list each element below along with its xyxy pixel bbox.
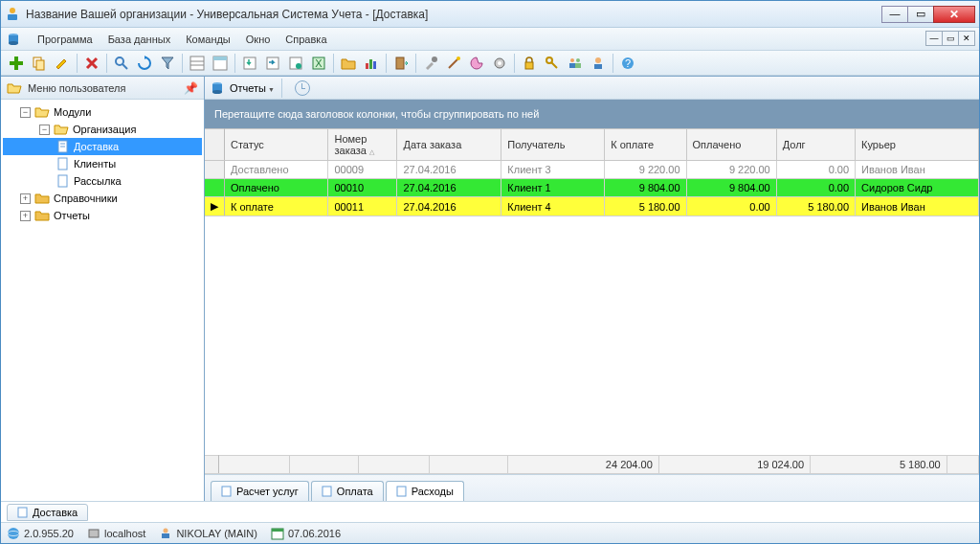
tb-folder-icon[interactable] (338, 53, 359, 74)
col-recipient[interactable]: Получатель (501, 129, 605, 161)
row-indicator (205, 179, 225, 197)
tb-grid1-icon[interactable] (187, 53, 208, 74)
tb-chart-icon[interactable] (361, 53, 382, 74)
tb-wand-icon[interactable] (443, 53, 464, 74)
tb-search-icon[interactable] (111, 53, 132, 74)
menu-database[interactable]: База данных (100, 31, 179, 48)
tree-modules[interactable]: − Модули (3, 103, 202, 121)
col-debt[interactable]: Долг (776, 129, 855, 161)
document-icon (56, 140, 70, 153)
tb-edit-icon[interactable] (52, 53, 73, 74)
tree-clients[interactable]: Клиенты (3, 155, 202, 172)
svg-rect-60 (272, 529, 283, 532)
tb-grid2-icon[interactable] (210, 53, 231, 74)
cell-courier: Иванов Иван (856, 197, 979, 216)
folder-open-icon (7, 80, 22, 96)
status-date: 07.06.2016 (271, 527, 341, 540)
tb-door-icon[interactable] (390, 53, 412, 74)
col-number[interactable]: Номер заказа △ (328, 129, 397, 161)
menu-help[interactable]: Справка (278, 31, 334, 48)
tb-key-icon[interactable] (542, 53, 563, 74)
collapse-icon[interactable]: − (20, 107, 31, 118)
tb-palette-icon[interactable] (466, 53, 487, 74)
tab-payment[interactable]: Оплата (311, 481, 384, 501)
svg-rect-6 (10, 61, 23, 65)
tb-export1-icon[interactable] (239, 53, 260, 74)
tree: − Модули − Организация Доставка Клиенты (1, 100, 204, 228)
totals-row: 24 204.00 19 024.00 5 180.00 (205, 456, 979, 474)
svg-line-33 (551, 62, 557, 68)
calendar-icon (271, 527, 284, 540)
app-icon (5, 7, 20, 22)
tb-delete-icon[interactable] (81, 53, 102, 74)
mdi-controls: — ▭ ✕ (926, 31, 975, 46)
menu-program[interactable]: Программа (30, 31, 100, 48)
table-row[interactable]: Оплачено0001027.04.2016Клиент 19 804.009… (205, 179, 979, 197)
server-icon (87, 527, 100, 540)
window-tab-delivery[interactable]: Доставка (7, 504, 88, 521)
row-indicator (205, 161, 225, 179)
pin-icon[interactable]: 📌 (184, 81, 198, 95)
svg-line-10 (122, 64, 127, 69)
tree-organization[interactable]: − Организация (3, 121, 202, 138)
group-by-zone[interactable]: Перетащите сюда заголовок колонки, чтобы… (205, 100, 979, 128)
globe-icon (7, 527, 20, 540)
expand-icon[interactable]: + (20, 211, 31, 221)
header-row: Статус Номер заказа △ Дата заказа Получа… (205, 129, 979, 161)
mdi-minimize[interactable]: — (925, 31, 943, 46)
cell-paid: 9 804.00 (686, 179, 776, 197)
mdi-close[interactable]: ✕ (958, 31, 975, 46)
expand-icon[interactable]: + (20, 193, 31, 204)
tree-mailing[interactable]: Рассылка (3, 172, 202, 190)
table-row[interactable]: Доставлено0000927.04.2016Клиент 39 220.0… (205, 161, 979, 179)
tb-lock-icon[interactable] (519, 53, 540, 74)
svg-rect-52 (397, 487, 406, 496)
col-topay[interactable]: К оплате (605, 129, 686, 161)
menu-commands[interactable]: Команды (178, 31, 238, 48)
tree-catalogs[interactable]: + Справочники (3, 190, 202, 207)
tb-tools-icon[interactable] (420, 53, 441, 74)
cell-debt: 5 180.00 (776, 197, 855, 216)
document-icon (396, 486, 408, 497)
tb-export3-icon[interactable] (285, 53, 306, 74)
tb-add-icon[interactable] (6, 53, 27, 74)
collapse-icon[interactable]: − (39, 125, 50, 135)
tree-delivery[interactable]: Доставка (3, 138, 202, 155)
svg-point-0 (10, 8, 15, 13)
tb-filter-icon[interactable] (157, 53, 178, 74)
statusbar: 2.0.955.20 localhost NIKOLAY (MAIN) 07.0… (1, 522, 979, 543)
db-icon (7, 33, 20, 46)
tab-expenses[interactable]: Расходы (386, 481, 464, 501)
cell-date: 27.04.2016 (397, 161, 501, 179)
reports-dropdown[interactable]: Отчеты▼ (230, 82, 278, 94)
tb-refresh-icon[interactable] (134, 53, 155, 74)
table-row[interactable]: ▶К оплате0001127.04.2016Клиент 45 180.00… (205, 197, 979, 216)
tb-users-icon[interactable] (565, 53, 586, 74)
menu-window[interactable]: Окно (238, 31, 278, 48)
tb-export2-icon[interactable] (262, 53, 283, 74)
maximize-button[interactable]: ▭ (907, 6, 934, 23)
tb-excel-icon[interactable]: X (308, 53, 329, 74)
mdi-restore[interactable]: ▭ (942, 31, 959, 46)
cell-status: Оплачено (225, 179, 328, 197)
clock-icon[interactable] (295, 80, 310, 96)
sort-asc-icon: △ (369, 148, 374, 155)
col-courier[interactable]: Курьер (856, 129, 979, 161)
col-date[interactable]: Дата заказа (397, 129, 501, 161)
col-paid[interactable]: Оплачено (686, 129, 776, 161)
col-status[interactable]: Статус (225, 129, 328, 161)
svg-text:?: ? (625, 57, 631, 69)
cell-courier: Иванов Иван (856, 161, 979, 179)
tb-gear-icon[interactable] (489, 53, 510, 74)
tab-services[interactable]: Расчет услуг (211, 481, 309, 501)
tb-user-icon[interactable] (588, 53, 609, 74)
document-icon (17, 507, 29, 518)
close-button[interactable]: ✕ (933, 6, 975, 23)
svg-point-38 (595, 57, 601, 63)
tb-copy-icon[interactable] (29, 53, 50, 74)
cell-date: 27.04.2016 (397, 179, 501, 197)
cell-recipient: Клиент 3 (501, 161, 605, 179)
minimize-button[interactable]: — (881, 6, 908, 23)
tree-reports[interactable]: + Отчеты (3, 207, 202, 224)
tb-help-icon[interactable]: ? (617, 53, 638, 74)
